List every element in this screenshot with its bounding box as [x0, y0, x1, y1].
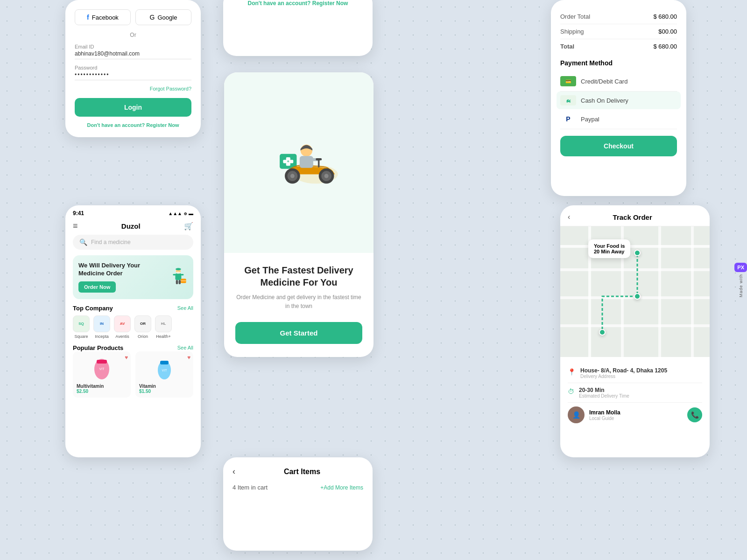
track-title: Track Order [575, 213, 690, 221]
time-row: ⏱ 20-30 Min Estimated Delivery Time [568, 383, 702, 403]
vitamin-name: Vitamin [139, 384, 190, 389]
health-name: Health+ [156, 334, 170, 339]
checkout-button[interactable]: Checkout [560, 136, 677, 156]
multivitamin-price: $2.50 [77, 389, 127, 394]
register-now-link[interactable]: Register Now [312, 0, 348, 7]
time-icon: ⏱ [568, 388, 574, 395]
battery-icon: ▬ [189, 211, 193, 216]
mid-pin [634, 293, 641, 300]
px-text: Made with [739, 274, 743, 297]
login-card: f Facebook G Google Or Email ID abhinav1… [65, 0, 201, 137]
svg-rect-3 [173, 274, 176, 275]
driver-name: Imran Molla [589, 409, 620, 416]
shipping-row: Shipping $00.00 [560, 24, 677, 39]
svg-text:VIT: VIT [99, 367, 105, 371]
facebook-icon: f [87, 14, 89, 21]
px-logo: PX [734, 263, 747, 272]
cod-icon: 🏍 [560, 95, 576, 105]
svg-rect-28 [300, 156, 313, 168]
svg-rect-2 [175, 273, 181, 280]
incepta-name: Incepta [95, 334, 109, 339]
login-button[interactable]: Login [75, 98, 191, 117]
payment-card-option[interactable]: 💳 Credit/Debit Card [560, 71, 677, 91]
cart-back-button[interactable]: ‹ [233, 467, 235, 476]
px-badge: PX Made with [734, 263, 747, 297]
total-value: $ 680.00 [653, 43, 677, 50]
popup-line2: 20 Min Away [594, 249, 625, 254]
call-driver-button[interactable]: 📞 [687, 407, 702, 422]
password-value: •••••••••••• [75, 71, 191, 80]
total-row: Total $ 680.00 [560, 39, 677, 54]
cod-label: Cash On Delivery [581, 97, 628, 104]
paypal-icon: P [560, 114, 576, 124]
incepta-icon: IN [93, 315, 110, 332]
get-started-button[interactable]: Get Started [235, 322, 362, 344]
svg-rect-7 [178, 280, 181, 284]
shipping-value: $00.00 [658, 28, 677, 35]
order-now-button[interactable]: Order Now [78, 281, 116, 293]
cart-header: ‹ Cart Items [233, 467, 363, 476]
google-icon: G [150, 14, 155, 21]
search-bar[interactable]: 🔍 Find a medicine [73, 235, 193, 250]
onboarding-title: Get The Fastest Delivery Medicine For Yo… [235, 264, 362, 288]
onboarding-content: Get The Fastest Delivery Medicine For Yo… [224, 253, 374, 357]
top-company-title: Top Company [73, 305, 113, 312]
facebook-login-button[interactable]: f Facebook [75, 9, 131, 25]
products-grid: ♥ VIT Multivitamin $2.50 ♥ VIT Vitamin $… [65, 351, 201, 398]
top-company-see-all[interactable]: See All [177, 305, 193, 311]
cart-info: 4 Item in cart +Add More Items [233, 484, 363, 491]
svg-point-23 [324, 174, 329, 178]
email-value: abhinav180@hotmail.com [75, 50, 191, 59]
company-aventis[interactable]: AV Aventis [114, 315, 131, 339]
multivitamin-name: Multivitamin [77, 384, 127, 389]
svg-rect-4 [181, 274, 183, 275]
svg-rect-31 [316, 158, 322, 161]
company-square[interactable]: SQ Square [73, 315, 90, 339]
home-card: 9:41 ▲▲▲ ⌾ ▬ ≡ Duzol 🛒 🔍 Find a medicine… [65, 205, 201, 457]
svg-rect-5 [176, 272, 180, 274]
credit-card-icon: 💳 [560, 76, 576, 86]
payment-paypal-option[interactable]: P Paypal [560, 109, 677, 129]
cart-icon[interactable]: 🛒 [184, 222, 193, 231]
facebook-label: Facebook [92, 14, 119, 21]
google-login-button[interactable]: G Google [135, 9, 191, 25]
multivitamin-image: VIT [90, 355, 113, 381]
cart-item-count: 4 Item in cart [233, 484, 268, 491]
aventis-icon: AV [114, 315, 131, 332]
company-orion[interactable]: OR Orion [134, 315, 151, 339]
track-back-button[interactable]: ‹ [568, 213, 570, 221]
search-placeholder: Find a medicine [91, 239, 131, 245]
company-health[interactable]: HL Health+ [155, 315, 172, 339]
company-incepta[interactable]: IN Incepta [93, 315, 110, 339]
popular-products-header: Popular Products See All [65, 344, 201, 351]
register-link[interactable]: Register Now [146, 122, 179, 128]
track-card: ‹ Track Order Your Food is 20 Min Away 📍 [560, 205, 710, 457]
order-total-row: Order Total $ 680.00 [560, 9, 677, 24]
payment-card: Order Total $ 680.00 Shipping $00.00 Tot… [551, 0, 686, 196]
company-grid: SQ Square IN Incepta AV Aventis OR Orion… [65, 315, 201, 344]
svg-text:VIT: VIT [162, 369, 168, 372]
product-multivitamin[interactable]: ♥ VIT Multivitamin $2.50 [73, 351, 131, 398]
popular-see-all[interactable]: See All [177, 345, 193, 350]
signal-icon: ▲▲▲ [168, 211, 182, 216]
onboarding-illustration-area: + [224, 72, 374, 253]
svg-point-1 [176, 268, 181, 271]
route-svg [560, 226, 710, 357]
popular-products-title: Popular Products [73, 344, 123, 351]
forgot-password-link[interactable]: Forgot Password? [75, 86, 191, 91]
onboarding-card: + Get The Fastest Delivery Medi [224, 72, 374, 357]
driver-label: Local Guide [589, 416, 620, 421]
track-info-section: 📍 House- 8/A, Road- 4, Dhaka 1205 Delive… [560, 357, 710, 434]
banner-title: We Will Delivery Your Medicine Order [78, 262, 164, 278]
driver-avatar: 👤 [568, 406, 585, 423]
paypal-label: Paypal [581, 116, 599, 123]
product-vitamin[interactable]: ♥ VIT Vitamin $1.50 [135, 351, 193, 398]
add-more-items-button[interactable]: +Add More Items [320, 484, 363, 491]
health-icon: HL [155, 315, 172, 332]
payment-cod-option[interactable]: 🏍 Cash On Delivery [557, 91, 681, 109]
vitamin-price: $1.50 [139, 389, 190, 394]
menu-icon[interactable]: ≡ [73, 221, 78, 231]
or-divider: Or [75, 32, 191, 38]
delivery-time: 20-30 Min [579, 387, 629, 393]
heart-icon: ♥ [125, 354, 128, 361]
